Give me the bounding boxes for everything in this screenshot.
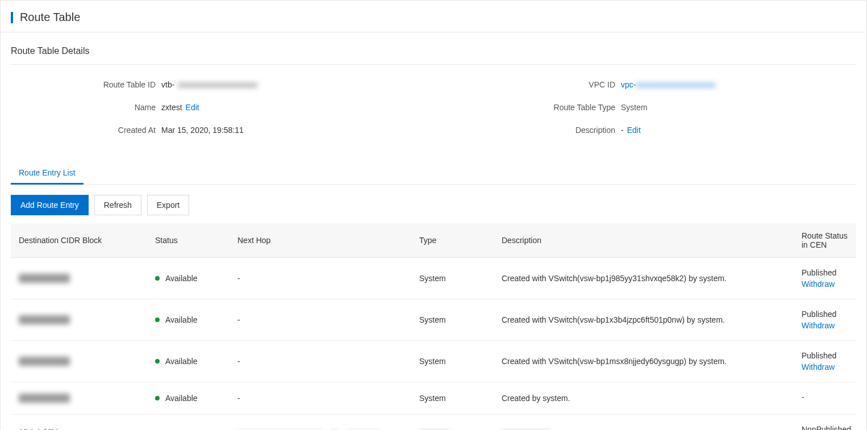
page-title: Route Table bbox=[20, 11, 80, 24]
status-dot-icon bbox=[155, 318, 160, 322]
label-created-at: Created At bbox=[11, 126, 161, 135]
details-grid: Route Table ID vtb-xxxxxxxxxxxxxxxxxxxx … bbox=[11, 78, 856, 147]
title-accent-bar bbox=[11, 12, 13, 23]
cell-type: System bbox=[411, 341, 494, 382]
label-vpc-id: VPC ID bbox=[433, 80, 621, 89]
value-route-table-id: vtb-xxxxxxxxxxxxxxxxxxxx bbox=[161, 80, 257, 89]
refresh-button[interactable]: Refresh bbox=[94, 195, 141, 215]
cen-status-text: Published bbox=[802, 268, 848, 277]
cell-cen-status: PublishedWithdraw bbox=[794, 299, 856, 341]
cell-type: System bbox=[411, 299, 494, 341]
status-text: Available bbox=[165, 274, 198, 283]
status-text: Available bbox=[165, 394, 198, 403]
cell-status: Available bbox=[147, 341, 229, 382]
cell-cidr bbox=[11, 299, 147, 341]
cell-next-hop: - bbox=[229, 382, 411, 415]
cell-status: Available bbox=[147, 415, 229, 431]
status-text: Available bbox=[165, 357, 198, 366]
cell-description: Created with VSwitch(vsw-bp1j985yy31shvx… bbox=[494, 258, 794, 299]
cell-cen-status: PublishedWithdraw bbox=[794, 258, 856, 299]
edit-name-link[interactable]: Edit bbox=[186, 103, 199, 112]
cell-type: System bbox=[411, 258, 494, 299]
col-destination: Destination CIDR Block bbox=[11, 223, 147, 258]
cen-status-text: - bbox=[802, 393, 848, 402]
cell-cidr bbox=[11, 341, 147, 382]
cidr-value: 10.1.1.0/24 bbox=[19, 428, 139, 430]
value-created-at: Mar 15, 2020, 19:58:11 bbox=[161, 126, 244, 135]
label-route-table-type: Route Table Type bbox=[433, 103, 621, 112]
cen-status-text: Published bbox=[802, 310, 848, 319]
export-button[interactable]: Export bbox=[147, 195, 189, 215]
label-name: Name bbox=[11, 103, 161, 112]
table-row: Available-SystemCreated by system.- bbox=[11, 382, 856, 415]
cell-status: Available bbox=[147, 258, 229, 299]
status-dot-icon bbox=[155, 396, 160, 400]
withdraw-link[interactable]: Withdraw bbox=[802, 362, 834, 371]
label-description: Description bbox=[433, 126, 621, 135]
page-header: Route Table bbox=[1, 1, 866, 32]
section-title-details: Route Table Details bbox=[11, 46, 856, 65]
table-row: Available-SystemCreated with VSwitch(vsw… bbox=[11, 341, 856, 382]
col-description: Description bbox=[494, 223, 794, 258]
cell-status: Available bbox=[147, 382, 229, 415]
cell-type bbox=[411, 415, 494, 431]
col-cen: Route Status in CEN bbox=[794, 223, 856, 258]
cell-next-hop bbox=[229, 415, 411, 431]
cell-cen-status: PublishedWithdraw bbox=[794, 341, 856, 382]
status-dot-icon bbox=[155, 359, 160, 364]
cell-description: Created with VSwitch(vsw-bp1msx8njjedy60… bbox=[494, 341, 794, 382]
cell-description: Created by system. bbox=[494, 382, 794, 415]
value-route-table-type: System bbox=[621, 103, 648, 112]
add-route-entry-button[interactable]: Add Route Entry bbox=[11, 195, 89, 215]
vpc-id-link[interactable]: vpc-xxxxxxxxxxxxxxxxxxxx bbox=[621, 80, 715, 89]
cell-next-hop: - bbox=[229, 341, 411, 382]
value-vpc-id: vpc-xxxxxxxxxxxxxxxxxxxx bbox=[621, 80, 715, 89]
col-next-hop: Next Hop bbox=[229, 223, 411, 258]
cen-status-text: NonPublished bbox=[802, 425, 848, 430]
route-entry-table: Destination CIDR Block Status Next Hop T… bbox=[11, 223, 856, 430]
label-route-table-id: Route Table ID bbox=[11, 80, 161, 89]
edit-description-link[interactable]: Edit bbox=[627, 126, 641, 135]
cell-next-hop: - bbox=[229, 299, 411, 341]
col-type: Type bbox=[411, 223, 494, 258]
cell-status: Available bbox=[147, 299, 229, 341]
cell-cidr: 10.1.1.0/24route1 bbox=[11, 415, 147, 431]
cell-next-hop: - bbox=[229, 258, 411, 299]
cell-cidr bbox=[11, 258, 147, 299]
cell-cidr bbox=[11, 382, 147, 415]
cen-status-text: Published bbox=[802, 351, 848, 360]
withdraw-link[interactable]: Withdraw bbox=[802, 321, 834, 330]
cell-type: System bbox=[411, 382, 494, 415]
table-row: 10.1.1.0/24route1Available NonPublishedP… bbox=[11, 415, 856, 431]
withdraw-link[interactable]: Withdraw bbox=[802, 279, 834, 289]
status-dot-icon bbox=[155, 276, 160, 281]
value-name: zxtest bbox=[161, 103, 182, 112]
tabs: Route Entry List bbox=[11, 162, 856, 185]
col-status: Status bbox=[147, 223, 229, 258]
cell-cen-status: - bbox=[794, 382, 856, 415]
cell-description: Created with VSwitch(vsw-bp1x3b4jzpc6ft5… bbox=[494, 299, 794, 341]
tab-route-entry-list[interactable]: Route Entry List bbox=[11, 162, 84, 185]
toolbar: Add Route Entry Refresh Export bbox=[11, 185, 856, 223]
cell-description bbox=[494, 415, 794, 431]
table-row: Available-SystemCreated with VSwitch(vsw… bbox=[11, 258, 856, 299]
cell-cen-status: NonPublishedPublish bbox=[794, 415, 856, 431]
table-row: Available-SystemCreated with VSwitch(vsw… bbox=[11, 299, 856, 341]
value-description: - bbox=[621, 126, 624, 135]
status-text: Available bbox=[165, 315, 198, 324]
